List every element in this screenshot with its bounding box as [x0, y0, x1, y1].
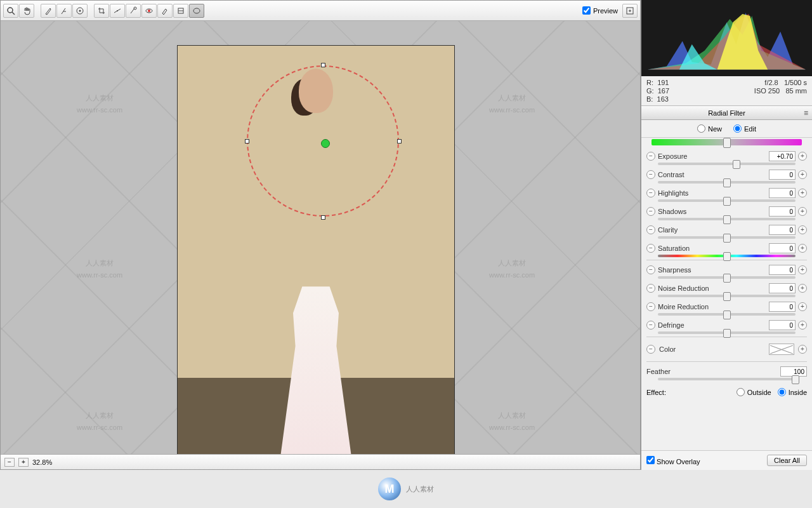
color-sampler-tool[interactable] [56, 4, 72, 18]
svg-point-8 [148, 10, 150, 12]
minus-button[interactable]: − [646, 284, 655, 293]
color-minus[interactable]: − [646, 345, 655, 354]
readout-panel: R: 191 G: 167 B: 163 f/2.8 1/500 s ISO 2… [641, 76, 812, 106]
spot-removal-tool[interactable] [126, 4, 141, 18]
show-overlay-checkbox[interactable]: Show Overlay [646, 456, 700, 465]
minus-button[interactable]: − [646, 225, 655, 234]
slider-track[interactable] [658, 255, 796, 257]
minus-button[interactable]: − [646, 265, 655, 274]
hand-tool[interactable] [19, 4, 34, 18]
color-swatch[interactable] [769, 344, 794, 355]
zoom-out-button[interactable]: − [4, 458, 15, 467]
slider-track[interactable] [658, 313, 796, 316]
slider-value[interactable] [769, 170, 796, 180]
plus-button[interactable]: + [798, 284, 807, 293]
slider-label: Contrast [658, 171, 766, 178]
plus-button[interactable]: + [798, 225, 807, 234]
minus-button[interactable]: − [646, 189, 655, 197]
plus-button[interactable]: + [798, 170, 807, 179]
red-eye-tool[interactable] [141, 4, 157, 18]
svg-line-1 [12, 12, 15, 15]
graduated-filter-tool[interactable] [173, 4, 188, 18]
radial-handle-right[interactable] [397, 139, 402, 144]
minus-button[interactable]: − [646, 152, 655, 161]
plus-button[interactable]: + [798, 152, 807, 161]
white-balance-tool[interactable] [41, 4, 56, 18]
radial-handle-bottom[interactable] [321, 215, 325, 220]
minus-button[interactable]: − [646, 244, 655, 253]
panel-menu-icon[interactable]: ≡ [804, 109, 808, 117]
footer-watermark: M 人人素材 [0, 470, 812, 508]
slider-value[interactable] [769, 265, 796, 275]
slider-value[interactable] [769, 188, 796, 198]
slider-track[interactable] [658, 199, 796, 202]
radial-filter-pin[interactable] [321, 139, 330, 148]
crop-tool[interactable] [94, 4, 109, 18]
feather-slider[interactable] [658, 378, 796, 380]
preview-checkbox[interactable]: Preview [582, 6, 618, 15]
plus-button[interactable]: + [798, 265, 807, 274]
radial-filter-tool[interactable] [189, 4, 204, 18]
adjustment-brush-tool[interactable] [157, 4, 173, 18]
slider-value[interactable] [769, 225, 796, 235]
zoom-in-button[interactable]: + [18, 458, 29, 467]
svg-point-0 [8, 8, 13, 13]
radial-handle-top[interactable] [321, 63, 325, 67]
slider-track[interactable] [658, 295, 796, 297]
status-bar: − + 32.8% [1, 454, 640, 469]
svg-point-5 [117, 10, 118, 11]
slider-highlights: −Highlights+ [641, 186, 812, 202]
slider-value[interactable] [769, 320, 796, 330]
plus-button[interactable]: + [798, 321, 807, 330]
slider-clarity: −Clarity+ [641, 223, 812, 239]
fullscreen-toggle[interactable] [622, 4, 638, 18]
photo-preview[interactable] [177, 45, 455, 454]
svg-point-11 [193, 8, 200, 13]
sliders-container: −Exposure+−Contrast+−Highlights+−Shadows… [641, 148, 812, 450]
slider-shadows: −Shadows+ [641, 204, 812, 220]
plus-button[interactable]: + [798, 207, 807, 216]
mode-new-radio[interactable]: New [697, 124, 722, 133]
slider-track[interactable] [658, 163, 796, 165]
minus-button[interactable]: − [646, 170, 655, 179]
radial-handle-left[interactable] [245, 139, 249, 144]
plus-button[interactable]: + [798, 244, 807, 253]
targeted-adjustment-tool[interactable] [72, 4, 88, 18]
plus-button[interactable]: + [798, 302, 807, 311]
zoom-level: 32.8% [32, 458, 52, 466]
right-panel: R: 191 G: 167 B: 163 f/2.8 1/500 s ISO 2… [641, 0, 812, 470]
slider-value[interactable] [769, 302, 796, 312]
histogram[interactable] [641, 0, 812, 76]
image-canvas[interactable]: 人人素材www.rr-sc.com 人人素材www.rr-sc.com 人人素材… [1, 21, 640, 454]
slider-value[interactable] [769, 243, 796, 253]
tint-slider[interactable] [652, 139, 802, 145]
slider-track[interactable] [658, 236, 796, 239]
slider-track[interactable] [658, 331, 796, 334]
slider-label: Highlights [658, 189, 766, 197]
feather-row: Feather [641, 364, 812, 380]
slider-label: Noise Reduction [658, 284, 766, 292]
minus-button[interactable]: − [646, 207, 655, 216]
plus-button[interactable]: + [798, 189, 807, 197]
minus-button[interactable]: − [646, 321, 655, 330]
slider-track[interactable] [658, 276, 796, 279]
slider-label: Shadows [658, 208, 766, 215]
effect-outside-radio[interactable]: Outside [737, 388, 771, 396]
slider-value[interactable] [769, 151, 796, 161]
slider-track[interactable] [658, 181, 796, 184]
mode-edit-radio[interactable]: Edit [733, 124, 756, 133]
clear-all-button[interactable]: Clear All [767, 455, 807, 466]
slider-value[interactable] [769, 283, 796, 293]
color-plus[interactable]: + [798, 345, 807, 354]
effect-inside-radio[interactable]: Inside [778, 388, 807, 396]
slider-label: Defringe [658, 321, 766, 329]
slider-label: Sharpness [658, 266, 766, 274]
straighten-tool[interactable] [110, 4, 125, 18]
slider-label: Moire Reduction [658, 303, 766, 311]
slider-contrast: −Contrast+ [641, 168, 812, 184]
slider-track[interactable] [658, 218, 796, 220]
color-label: Color [659, 345, 765, 353]
minus-button[interactable]: − [646, 302, 655, 311]
zoom-tool[interactable] [3, 4, 18, 18]
slider-value[interactable] [769, 206, 796, 217]
